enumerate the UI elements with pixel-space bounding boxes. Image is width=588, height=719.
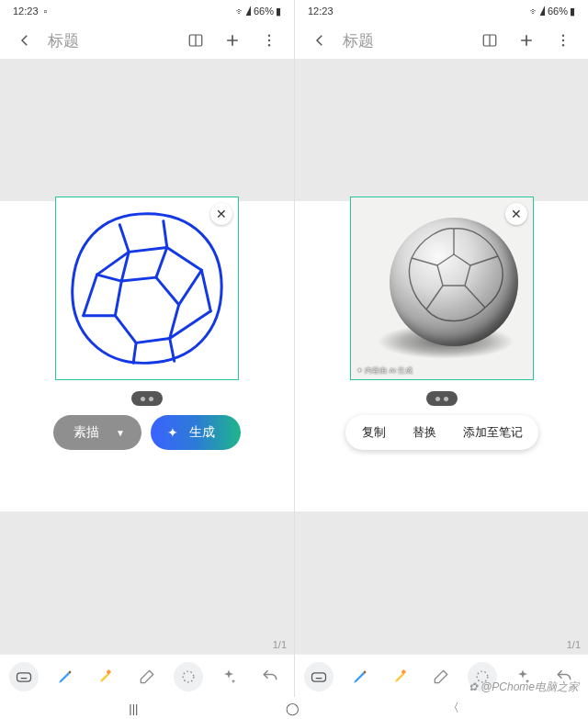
tool-pen[interactable] (51, 662, 80, 691)
tool-highlighter[interactable] (91, 662, 120, 691)
pane-right: 12:23 ᯤ ◢ 66% ▮ 标题 1/1 (294, 0, 588, 698)
style-dropdown-label: 素描 (74, 424, 99, 441)
svg-point-2 (268, 39, 270, 41)
close-icon[interactable]: ✕ (505, 203, 527, 225)
wifi-icon: ᯤ ◢ (236, 6, 250, 17)
svg-marker-11 (437, 254, 470, 286)
generate-action-row: 素描 ▼ ✦ 生成 (41, 415, 253, 450)
add-button[interactable] (511, 25, 542, 56)
svg-point-1 (268, 35, 270, 37)
canvas-margin-bottom: 1/1 (0, 511, 294, 654)
status-battery: 66% (548, 6, 568, 17)
canvas-margin-top (0, 59, 294, 201)
more-button[interactable] (548, 25, 579, 56)
generate-button-label: 生成 (189, 424, 215, 441)
sketch-image-frame[interactable]: ✕ (55, 197, 239, 380)
title-bar: 标题 (0, 22, 294, 59)
svg-rect-4 (17, 672, 31, 680)
close-icon[interactable]: ✕ (210, 203, 232, 225)
nav-back[interactable]: 〈 (447, 700, 459, 716)
tool-ai-assist[interactable] (214, 662, 243, 691)
result-image-frame[interactable]: ✦ 内容由 AI 生成 ✕ (350, 197, 534, 380)
nav-recents[interactable]: ||| (129, 702, 138, 715)
canvas-margin-bottom: 1/1 (295, 511, 588, 654)
svg-rect-13 (401, 668, 406, 674)
generated-image (360, 207, 524, 370)
generate-button[interactable]: ✦ 生成 (151, 415, 241, 450)
status-battery: 66% (254, 6, 274, 17)
replace-button[interactable]: 替换 (413, 424, 436, 441)
back-button[interactable] (9, 25, 40, 56)
svg-point-8 (562, 35, 564, 37)
nav-home[interactable]: ◯ (286, 702, 300, 715)
back-button[interactable] (304, 25, 335, 56)
battery-icon: ▮ (276, 6, 281, 17)
status-bar: 12:23 ᯤ ◢ 66% ▮ (295, 0, 588, 22)
user-sketch (56, 197, 238, 379)
svg-rect-5 (107, 668, 112, 674)
tool-pen[interactable] (345, 662, 375, 691)
tool-highlighter[interactable] (386, 662, 415, 691)
tool-eraser[interactable] (132, 662, 162, 691)
bottom-toolbar (0, 654, 294, 698)
chevron-down-icon: ▼ (116, 428, 125, 438)
sketch-card: ✕ 素描 ▼ ✦ 生成 (41, 197, 253, 450)
pagination-dots[interactable] (426, 391, 458, 406)
ai-generated-tag: ✦ 内容由 AI 生成 (356, 365, 413, 376)
page-indicator: 1/1 (273, 639, 287, 650)
watermark: ✿ @PChome电脑之家 (469, 680, 579, 695)
tool-eraser[interactable] (426, 662, 456, 691)
page-title[interactable]: 标题 (46, 30, 175, 51)
status-time: 12:23 (13, 6, 39, 17)
svg-rect-12 (312, 672, 326, 680)
sparkle-icon: ✦ (167, 425, 178, 440)
reader-view-button[interactable] (180, 25, 211, 56)
result-action-row: 复制 替换 添加至笔记 (345, 415, 538, 450)
system-nav-bar: ||| ◯ 〈 (0, 697, 588, 719)
tool-keyboard[interactable] (9, 662, 39, 691)
tool-undo[interactable] (255, 662, 285, 691)
tool-lasso[interactable] (174, 662, 203, 691)
more-button[interactable] (254, 25, 285, 56)
add-to-note-button[interactable]: 添加至笔记 (463, 424, 523, 441)
pagination-dots[interactable] (131, 391, 163, 406)
svg-point-3 (268, 44, 270, 46)
status-time: 12:23 (308, 6, 334, 17)
drawing-canvas[interactable]: 1/1 (0, 59, 294, 654)
copy-button[interactable]: 复制 (362, 424, 386, 441)
canvas-margin-top (295, 59, 588, 201)
gallery-indicator-icon: ▫ (44, 6, 48, 17)
battery-icon: ▮ (570, 6, 575, 17)
svg-point-6 (183, 671, 194, 682)
svg-point-9 (562, 39, 564, 41)
pane-left: 12:23 ▫ ᯤ ◢ 66% ▮ 标题 1/1 (0, 0, 294, 698)
drawing-canvas[interactable]: 1/1 (295, 59, 588, 654)
add-button[interactable] (217, 25, 248, 56)
result-card: ✦ 内容由 AI 生成 ✕ 复制 替换 添加至笔记 (336, 197, 548, 450)
wifi-icon: ᯤ ◢ (530, 6, 544, 17)
tool-keyboard[interactable] (304, 662, 334, 691)
page-indicator: 1/1 (567, 639, 581, 650)
status-bar: 12:23 ▫ ᯤ ◢ 66% ▮ (0, 0, 294, 22)
title-bar: 标题 (295, 22, 588, 59)
page-title[interactable]: 标题 (341, 30, 469, 51)
style-dropdown[interactable]: 素描 ▼ (53, 415, 141, 450)
reader-view-button[interactable] (474, 25, 505, 56)
svg-point-10 (562, 44, 564, 46)
